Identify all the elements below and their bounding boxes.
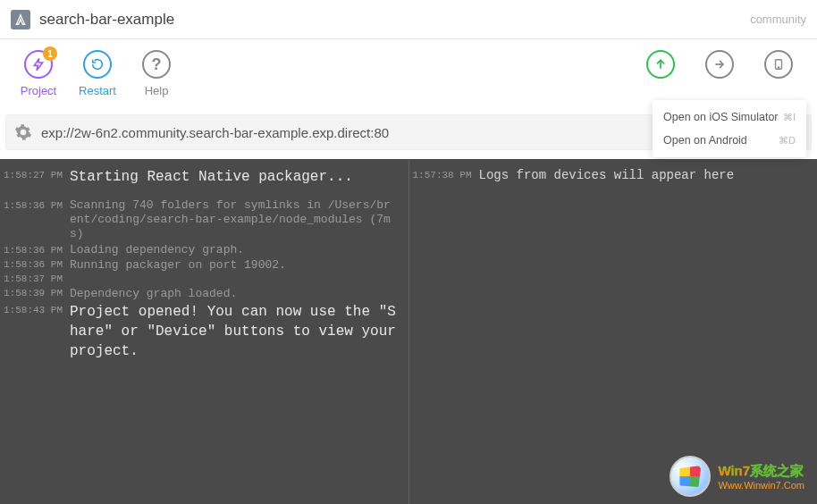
device-dropdown: Open on iOS Simulator ⌘I Open on Android… xyxy=(653,100,806,157)
help-label: Help xyxy=(145,84,169,97)
log-row: 1:58:43 PMProject opened! You can now us… xyxy=(4,303,398,361)
project-button[interactable]: 1 Project xyxy=(9,50,68,97)
dropdown-item-label: Open on iOS Simulator xyxy=(663,111,779,123)
log-row: 1:57:38 PMLogs from devices will appear … xyxy=(413,168,807,184)
svg-point-1 xyxy=(778,67,779,68)
community-label: community xyxy=(750,13,806,26)
dropdown-item-shortcut: ⌘D xyxy=(779,135,796,147)
arrow-right-icon xyxy=(712,57,727,71)
publish-button[interactable]: Publish xyxy=(631,50,690,97)
log-row: 1:58:36 PM1:58:36 PM1:58:37 PM1:58:39 PM… xyxy=(4,243,398,301)
log-timestamp: 1:58:27 PM xyxy=(4,168,70,188)
log-timestamp: 1:57:38 PM xyxy=(413,168,479,184)
log-timestamp: 1:58:36 PM xyxy=(4,257,70,272)
log-timestamp: 1:58:43 PM xyxy=(4,303,70,361)
restart-button[interactable]: Restart xyxy=(68,50,127,97)
log-message: Scanning 740 folders for symlinks in /Us… xyxy=(70,198,398,242)
log-row: 1:58:27 PMStarting React Native packager… xyxy=(4,168,398,188)
help-button[interactable]: ? Help xyxy=(127,50,186,97)
log-timestamp: 1:58:36 PM xyxy=(4,198,70,242)
restart-label: Restart xyxy=(79,84,116,97)
restart-icon xyxy=(90,57,105,71)
dropdown-open-android[interactable]: Open on Android ⌘D xyxy=(653,129,806,152)
dropdown-item-shortcut: ⌘I xyxy=(783,112,796,123)
dropdown-item-label: Open on Android xyxy=(663,134,747,147)
log-timestamp: 1:58:37 PM xyxy=(4,272,70,286)
url-text: exp://2w-6n2.community.search-bar-exampl… xyxy=(41,125,389,140)
log-message: Logs from devices will appear here xyxy=(479,168,807,184)
device-log-pane[interactable]: 1:57:38 PMLogs from devices will appear … xyxy=(409,159,818,504)
project-title: search-bar-example xyxy=(39,11,174,29)
log-timestamp: 1:58:36 PM xyxy=(4,243,70,257)
bolt-icon xyxy=(31,57,46,71)
project-label: Project xyxy=(21,84,56,97)
log-message: Project opened! You can now use the "Sha… xyxy=(70,303,398,361)
help-icon: ? xyxy=(152,55,162,74)
log-message: Loading dependency graph. Running packag… xyxy=(70,243,398,301)
console: 1:58:27 PMStarting React Native packager… xyxy=(0,159,817,504)
log-row: 1:58:36 PMScanning 740 folders for symli… xyxy=(4,198,398,242)
device-icon xyxy=(772,56,785,72)
dropdown-open-ios[interactable]: Open on iOS Simulator ⌘I xyxy=(653,105,806,129)
upload-icon xyxy=(653,57,668,71)
log-timestamp: 1:58:39 PM xyxy=(4,286,70,300)
log-message: Starting React Native packager... xyxy=(70,168,398,188)
device-button[interactable]: Device xyxy=(749,50,808,97)
share-button[interactable]: Share xyxy=(690,50,749,97)
project-badge: 1 xyxy=(43,46,57,61)
window-header: search-bar-example community xyxy=(0,0,817,39)
packager-log-pane[interactable]: 1:58:27 PMStarting React Native packager… xyxy=(0,159,409,504)
gear-icon[interactable] xyxy=(14,123,32,141)
app-logo-icon xyxy=(11,10,30,29)
